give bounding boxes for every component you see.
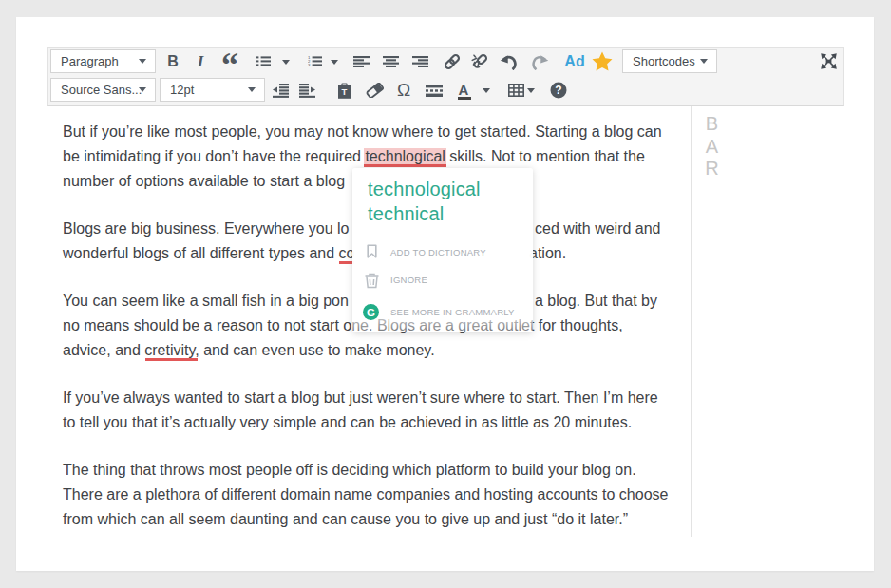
svg-text:G: G — [367, 307, 375, 318]
svg-text:3: 3 — [308, 63, 311, 66]
svg-text:T: T — [341, 86, 347, 97]
svg-text:?: ? — [555, 84, 561, 97]
